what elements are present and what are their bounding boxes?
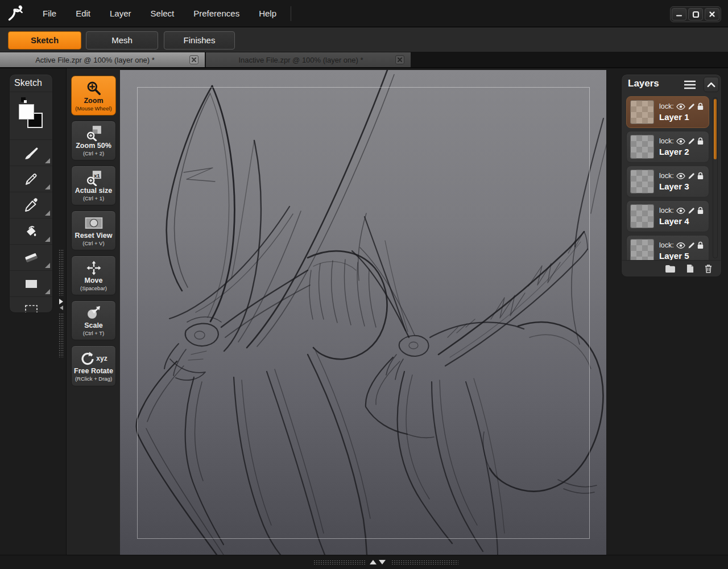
layer-row[interactable]: lock: Layer 2 bbox=[626, 131, 709, 163]
edit-pencil-icon[interactable] bbox=[688, 172, 695, 180]
flyout-triangle-icon bbox=[45, 263, 50, 268]
layer-row[interactable]: lock: Layer 4 bbox=[626, 200, 709, 232]
flyout-triangle-icon bbox=[45, 211, 50, 216]
visibility-eye-icon[interactable] bbox=[676, 104, 685, 110]
document-tab-title: Inactive File.zpr @ 100% (layer one) * bbox=[238, 56, 378, 64]
tab-close-button[interactable] bbox=[189, 55, 198, 64]
layer-row[interactable]: lock: Layer 5 bbox=[626, 235, 709, 260]
visibility-eye-icon[interactable] bbox=[676, 208, 685, 214]
rectangle-tool[interactable] bbox=[10, 270, 52, 296]
move-tool-button[interactable]: Move (Spacebar) bbox=[71, 255, 116, 295]
lock-label: lock: bbox=[659, 172, 674, 180]
maximize-button[interactable] bbox=[688, 8, 703, 20]
collapse-panel-button[interactable] bbox=[704, 77, 719, 92]
layer-thumbnail bbox=[630, 170, 654, 193]
menu-help[interactable]: Help bbox=[249, 0, 286, 27]
menu-select[interactable]: Select bbox=[141, 0, 184, 27]
layers-title: Layers bbox=[628, 78, 659, 89]
menu-bar: File Edit Layer Select Preferences Help bbox=[0, 0, 728, 27]
tool-label: Scale bbox=[84, 322, 103, 329]
layer-row[interactable]: lock: Layer 3 bbox=[626, 166, 709, 197]
layer-row[interactable]: lock: Layer 1 bbox=[626, 96, 709, 128]
magnifier-plus-icon bbox=[86, 80, 102, 96]
tab-finishes[interactable]: Finishes bbox=[164, 31, 235, 50]
scale-tool-button[interactable]: Scale (Ctrl + T) bbox=[71, 300, 116, 340]
lock-icon[interactable] bbox=[697, 102, 704, 110]
pencil-icon bbox=[23, 171, 39, 187]
reset-view-icon bbox=[85, 217, 103, 229]
new-layer-icon[interactable] bbox=[686, 264, 694, 273]
tool-label: Reset View bbox=[75, 232, 113, 240]
left-panel-divider-handle[interactable] bbox=[59, 249, 64, 357]
tab-mesh[interactable]: Mesh bbox=[86, 31, 158, 50]
visibility-eye-icon[interactable] bbox=[676, 242, 685, 249]
close-button[interactable] bbox=[705, 8, 719, 20]
actual-size-button[interactable]: x1 Actual size (Ctrl + 1) bbox=[71, 166, 116, 205]
canvas-bottom-handle-left[interactable] bbox=[313, 560, 366, 565]
flyout-triangle-icon bbox=[45, 237, 50, 242]
minimize-button[interactable] bbox=[672, 8, 686, 20]
zoom-50-button[interactable]: Zoom 50% (Ctrl + 2) bbox=[71, 121, 116, 160]
scrollbar-thumb[interactable] bbox=[714, 99, 717, 159]
menu-preferences[interactable]: Preferences bbox=[184, 0, 249, 27]
canvas-scroll-arrows[interactable] bbox=[370, 560, 386, 564]
color-swatches[interactable] bbox=[10, 92, 52, 139]
menu-edit[interactable]: Edit bbox=[66, 0, 100, 27]
close-icon bbox=[191, 57, 197, 63]
layer-name: Layer 3 bbox=[659, 182, 704, 191]
sketch-tools-panel: Sketch bbox=[9, 74, 53, 313]
tab-sketch[interactable]: Sketch bbox=[8, 31, 81, 50]
tab-close-button[interactable] bbox=[395, 55, 404, 64]
marquee-select-tool[interactable] bbox=[10, 296, 52, 313]
lock-icon[interactable] bbox=[697, 172, 704, 180]
layers-scrollbar[interactable] bbox=[713, 97, 718, 258]
zoom-tool-button[interactable]: Zoom (Mouse Wheel) bbox=[71, 76, 116, 116]
drawing-canvas[interactable] bbox=[120, 70, 606, 555]
flyout-triangle-icon bbox=[45, 289, 50, 294]
lock-label: lock: bbox=[659, 102, 674, 110]
pencil-tool[interactable] bbox=[10, 166, 52, 192]
close-icon bbox=[397, 57, 403, 63]
free-rotate-button[interactable]: xyz Free Rotate (RClick + Drag) bbox=[71, 345, 116, 386]
layers-menu-icon[interactable] bbox=[684, 80, 696, 89]
menu-file[interactable]: File bbox=[33, 0, 66, 27]
foreground-color-swatch[interactable] bbox=[19, 104, 34, 119]
brush-tool[interactable] bbox=[10, 139, 52, 166]
edit-pencil-icon[interactable] bbox=[688, 103, 695, 110]
flyout-triangle-icon bbox=[45, 184, 50, 189]
delete-trash-icon[interactable] bbox=[705, 264, 712, 273]
lock-icon[interactable] bbox=[697, 241, 704, 249]
paint-bucket-icon bbox=[23, 224, 39, 240]
x1-icon-text: x1 bbox=[94, 172, 100, 179]
bottom-bar bbox=[0, 555, 728, 569]
mode-tab-bar: Sketch Mesh Finishes bbox=[0, 27, 728, 52]
menu-layer[interactable]: Layer bbox=[100, 0, 141, 27]
edit-pencil-icon[interactable] bbox=[688, 207, 695, 215]
edit-pencil-icon[interactable] bbox=[688, 242, 695, 249]
reset-view-button[interactable]: Reset View (Ctrl + V) bbox=[71, 211, 116, 250]
document-tab-active[interactable]: Active File.zpr @ 100% (layer one) * bbox=[0, 52, 205, 67]
panel-title: Sketch bbox=[10, 75, 52, 92]
lock-icon[interactable] bbox=[697, 137, 704, 145]
visibility-eye-icon[interactable] bbox=[676, 138, 685, 145]
layer-name: Layer 2 bbox=[659, 147, 704, 156]
new-folder-icon[interactable] bbox=[665, 265, 676, 273]
rectangle-icon bbox=[23, 276, 39, 292]
visibility-eye-icon[interactable] bbox=[676, 173, 685, 179]
lock-label: lock: bbox=[659, 137, 674, 145]
lock-icon[interactable] bbox=[697, 207, 704, 215]
layer-thumbnail bbox=[630, 135, 654, 159]
eraser-icon bbox=[23, 250, 40, 266]
actual-size-icon: x1 bbox=[85, 170, 102, 186]
edit-pencil-icon[interactable] bbox=[688, 138, 695, 145]
fill-tool[interactable] bbox=[10, 218, 52, 244]
layer-name: Layer 1 bbox=[659, 112, 704, 122]
flyout-triangle-icon bbox=[45, 158, 50, 163]
menubar-divider bbox=[291, 6, 291, 21]
canvas-bottom-handle-right[interactable] bbox=[391, 560, 458, 565]
eraser-tool[interactable] bbox=[10, 244, 52, 270]
xyz-icon-text: xyz bbox=[96, 354, 107, 362]
document-tab-inactive[interactable]: Inactive File.zpr @ 100% (layer one) * bbox=[206, 52, 411, 67]
tool-label: Move bbox=[85, 277, 103, 284]
eyedropper-tool[interactable] bbox=[10, 192, 52, 218]
